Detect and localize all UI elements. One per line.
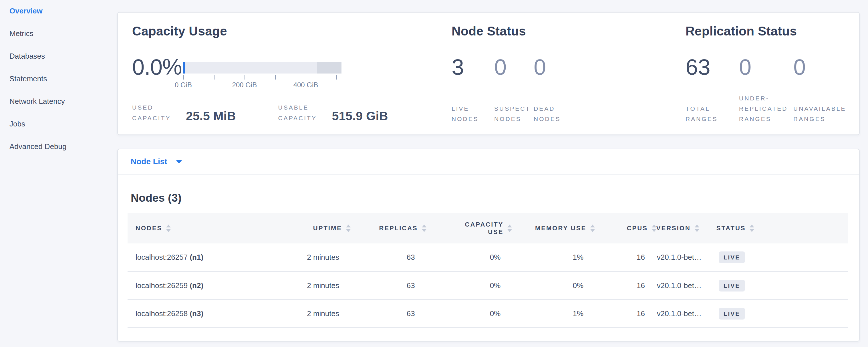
capacity-usage-section: Capacity Usage 0.0% 0 GiB 200 [132,12,450,134]
sort-icon[interactable] [422,225,427,232]
cpus-cell: 16 [595,299,656,327]
replication-status-section: Replication Status 63 TOTAL RANGES 0 UND… [685,12,857,134]
usable-capacity-label: USABLE CAPACITY [278,102,332,123]
unavailable-ranges-value: 0 [793,56,857,79]
dead-nodes-value: 0 [534,56,580,79]
usable-capacity-value: 515.9 GiB [332,110,388,123]
column-header-cpus[interactable]: CPUS [595,213,656,244]
total-ranges-label: TOTAL RANGES [685,103,734,124]
version-cell: v20.1.0-bet… [656,299,716,327]
cpus-cell: 16 [595,272,656,299]
status-cell: LIVE [716,272,848,299]
capacity-gauge-reserved-segment [317,62,341,73]
replicas-cell: 63 [351,299,427,327]
column-header-uptime[interactable]: UPTIME [282,213,351,244]
under-replicated-ranges-stat: 0 UNDER-REPLICATED RANGES [739,56,793,124]
live-nodes-label: LIVE NODES [452,103,489,124]
capacity-use-cell: 0% [427,272,512,299]
capacity-use-cell: 0% [427,299,512,327]
axis-label: 200 GiB [232,81,257,89]
live-nodes-stat: 3 LIVE NODES [452,56,494,124]
table-row: localhost:26259 (n2) 2 minutes 63 0% 0% … [128,272,848,299]
status-cell: LIVE [716,244,848,272]
sidebar-item-metrics[interactable]: Metrics [0,29,117,37]
suspect-nodes-stat: 0 SUSPECT NODES [494,56,534,124]
sort-icon[interactable] [652,225,656,232]
sort-icon[interactable] [166,225,171,232]
column-header-status[interactable]: STATUS [716,213,848,244]
table-row: localhost:26258 (n3) 2 minutes 63 0% 1% … [128,299,848,327]
node-address-cell: localhost:26258 (n3) [128,299,282,327]
live-nodes-value: 3 [452,56,494,79]
usable-capacity-stat: USABLE CAPACITY 515.9 GiB [278,102,388,123]
cpus-cell: 16 [595,244,656,272]
column-header-capacity-use[interactable]: CAPACITY USE [427,213,512,244]
version-cell: v20.1.0-bet… [656,244,716,272]
replication-status-title: Replication Status [685,24,797,38]
uptime-cell: 2 minutes [282,299,351,327]
cluster-summary-card: Capacity Usage 0.0% 0 GiB 200 [117,12,860,135]
replicas-cell: 63 [351,272,427,299]
memory-use-cell: 1% [512,244,595,272]
node-address-cell: localhost:26257 (n1) [128,244,282,272]
sidebar: Overview Metrics Databases Statements Ne… [0,0,117,347]
node-list-card: Node List Nodes (3) NODES UPTIME R [117,149,860,342]
version-cell: v20.1.0-bet… [656,272,716,299]
sidebar-item-network-latency[interactable]: Network Latency [0,97,117,105]
sort-icon[interactable] [695,225,699,232]
sort-icon[interactable] [590,225,595,232]
nodes-table: NODES UPTIME REPLICAS CAPACITY USE MEMOR… [128,213,848,328]
memory-use-cell: 1% [512,299,595,327]
capacity-usage-title: Capacity Usage [132,24,227,38]
nodes-heading: Nodes (3) [131,192,859,204]
status-badge: LIVE [719,280,745,291]
unavailable-ranges-stat: 0 UNAVAILABLE RANGES [793,56,857,124]
axis-label: 0 GiB [175,81,192,89]
capacity-gauge-bar [183,62,341,73]
capacity-gauge-axis-labels: 0 GiB 200 GiB 400 GiB [183,81,341,90]
column-header-replicas[interactable]: REPLICAS [351,213,427,244]
uptime-cell: 2 minutes [282,244,351,272]
replicas-cell: 63 [351,244,427,272]
column-header-memory-use[interactable]: MEMORY USE [512,213,595,244]
suspect-nodes-label: SUSPECT NODES [494,103,532,124]
sort-icon[interactable] [346,225,351,232]
capacity-use-cell: 0% [427,244,512,272]
total-ranges-stat: 63 TOTAL RANGES [685,56,739,124]
used-capacity-stat: USED CAPACITY 25.5 MiB [132,102,236,123]
table-row: localhost:26257 (n1) 2 minutes 63 0% 1% … [128,244,848,272]
node-list-dropdown[interactable]: Node List [131,157,182,166]
table-header-row: NODES UPTIME REPLICAS CAPACITY USE MEMOR… [128,213,848,244]
column-header-version[interactable]: VERSION [656,213,716,244]
sidebar-item-databases[interactable]: Databases [0,52,117,60]
unavailable-ranges-label: UNAVAILABLE RANGES [793,103,857,124]
suspect-nodes-value: 0 [494,56,534,79]
node-list-dropdown-label: Node List [131,157,167,166]
node-status-section: Node Status 3 LIVE NODES 0 SUSPECT NODES… [452,12,680,134]
sidebar-item-overview[interactable]: Overview [0,7,117,15]
status-badge: LIVE [719,308,745,319]
node-address-cell: localhost:26259 (n2) [128,272,282,299]
column-header-nodes[interactable]: NODES [128,213,282,244]
under-replicated-ranges-label: UNDER-REPLICATED RANGES [739,93,787,124]
sort-icon[interactable] [750,225,754,232]
status-cell: LIVE [716,299,848,327]
capacity-gauge-ticks [183,75,341,80]
used-capacity-label: USED CAPACITY [132,102,186,123]
sidebar-item-statements[interactable]: Statements [0,75,117,83]
under-replicated-ranges-value: 0 [739,56,793,79]
sidebar-item-advanced-debug[interactable]: Advanced Debug [0,143,117,151]
dead-nodes-stat: 0 DEAD NODES [534,56,580,124]
chevron-down-icon[interactable] [176,160,182,164]
status-badge: LIVE [719,251,745,263]
node-list-dropdown-row: Node List [118,149,859,175]
uptime-cell: 2 minutes [282,272,351,299]
sidebar-item-jobs[interactable]: Jobs [0,120,117,128]
total-ranges-value: 63 [685,56,739,79]
dead-nodes-label: DEAD NODES [534,103,571,124]
sort-icon[interactable] [507,225,512,232]
memory-use-cell: 0% [512,272,595,299]
axis-label: 400 GiB [293,81,318,89]
node-status-title: Node Status [452,24,526,38]
capacity-gauge-used-marker [183,62,185,73]
